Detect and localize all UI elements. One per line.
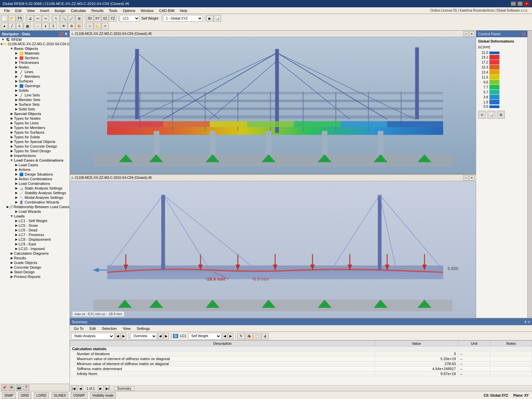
tb-results[interactable]: 📊	[214, 15, 221, 22]
tree-types-steel[interactable]: ▶ Types for Steel Design	[0, 149, 69, 153]
tree-linesets[interactable]: ▶ ╱ Line Sets	[0, 93, 69, 97]
tree-lc8[interactable]: ▶ LC8 - Displacement	[0, 237, 69, 242]
tree-stability-analysis[interactable]: ▶ 📈 Stability Analysis Settings	[0, 191, 69, 195]
tb-view-3d[interactable]: 3D	[86, 15, 93, 22]
tree-lines[interactable]: ▶ ╱ Lines	[0, 69, 69, 74]
viewport-bottom-canvas[interactable]: Visibility mode LC1 - Self Weight Loads …	[70, 181, 476, 318]
navigator-close[interactable]: ✕	[65, 32, 67, 36]
tree-static-analysis[interactable]: ▶ 📊 Static Analysis Settings	[0, 186, 69, 191]
menu-edit[interactable]: Edit	[13, 7, 24, 14]
tree-steel-design[interactable]: ▶ Steel Design	[0, 270, 69, 274]
tree-results[interactable]: ▶ Results	[0, 256, 69, 260]
sum-prev-btn[interactable]: ◀	[115, 333, 120, 339]
tree-solids[interactable]: ▶ Solids	[0, 88, 69, 93]
tb-save[interactable]: 💾	[16, 15, 23, 22]
tree-load-cases[interactable]: ▶ Load Cases	[0, 163, 69, 167]
sum-next-btn[interactable]: ▶	[121, 333, 126, 339]
tree-printout[interactable]: ▶ Printout Reports	[0, 274, 69, 279]
menu-insert[interactable]: Insert	[37, 7, 52, 14]
tree-types-surfaces[interactable]: ▶ Types for Surfaces	[0, 130, 69, 135]
tree-lc1[interactable]: ▶ LC1 - Self Weight	[0, 218, 69, 223]
menu-cadbim[interactable]: CAD-BIM	[156, 7, 177, 14]
nav-pin-btn[interactable]: 📌	[1, 385, 7, 391]
tb-calculate[interactable]: ▶	[206, 15, 213, 22]
summary-lc-select[interactable]: Self Weight	[188, 333, 221, 339]
tree-calc-diagrams[interactable]: ▶ Calculation Diagrams	[0, 251, 69, 256]
minimize-button[interactable]: —	[511, 1, 516, 6]
tb-section-cut[interactable]: ✂	[101, 23, 109, 29]
summary-analysis-select[interactable]: Static Analysis	[71, 333, 114, 339]
sum-view-prev[interactable]: ◀	[158, 333, 163, 339]
tree-concrete-design[interactable]: ▶ Concrete Design	[0, 265, 69, 270]
navigator-pin[interactable]: 📌	[59, 32, 64, 36]
tree-thicknesses[interactable]: ▶ Thicknesses	[0, 60, 69, 65]
nav-eye-btn[interactable]: 👁	[9, 385, 15, 391]
page-last[interactable]: ▶|	[105, 385, 110, 391]
tb-undo[interactable]: ↩	[34, 15, 42, 22]
menu-results[interactable]: Results	[89, 7, 106, 14]
tree-lc5[interactable]: ▶ LC5 - Snow	[0, 223, 69, 228]
vp-bottom-max[interactable]: □	[463, 175, 468, 181]
close-button[interactable]: ✕	[524, 1, 529, 6]
tree-combo-wizards[interactable]: ▶ 🔮 Combination Wizards	[0, 200, 69, 204]
page-prev[interactable]: ◀	[78, 385, 83, 391]
tree-types-concrete[interactable]: ▶ Types for Concrete Design	[0, 144, 69, 149]
nav-camera-btn[interactable]: 📷	[16, 385, 22, 391]
tree-types-lines[interactable]: ▶ Types for Lines	[0, 121, 69, 125]
summary-menu-settings[interactable]: Settings	[134, 325, 153, 332]
tree-sections[interactable]: ▶ 🟥 Sections	[0, 56, 69, 60]
sum-view-next[interactable]: ▶	[164, 333, 169, 339]
nav-coord-btn[interactable]: 📍	[23, 385, 29, 391]
tree-project[interactable]: ▼ 📁 21106-MCE-XX-ZZ-M3-C-2010-S4-C04 (Cl…	[0, 42, 69, 46]
glines-btn[interactable]: GLINES	[52, 392, 68, 399]
tree-members[interactable]: ▶ ╱ Members	[0, 74, 69, 79]
tree-materials[interactable]: ▶ 🟨 Materials	[0, 51, 69, 56]
cp-settings-btn[interactable]: ⚙	[497, 111, 505, 119]
tree-membersets[interactable]: ▶ Member Sets	[0, 97, 69, 102]
tree-surfaces[interactable]: ▶ Surfaces	[0, 79, 69, 83]
sum-lc-prev[interactable]: ◀	[222, 333, 227, 339]
tree-lc9[interactable]: ▶ LC9 - East	[0, 242, 69, 246]
tree-design-situations[interactable]: ▶ 🟦 Design Situations	[0, 172, 69, 177]
menu-help[interactable]: Help	[177, 7, 190, 14]
tree-surfacesets[interactable]: ▶ Surface Sets	[0, 102, 69, 107]
tb-color[interactable]: 🎨	[75, 23, 83, 29]
tb-print[interactable]: 🖨	[27, 15, 34, 22]
viewport-top-canvas[interactable]	[70, 37, 476, 174]
tree-load-combinations-group[interactable]: ▼ Load Cases & Combinations	[0, 158, 69, 163]
tree-types-special[interactable]: ▶ Types for Special Objects	[0, 139, 69, 144]
tree-types-solids[interactable]: ▶ Types for Solids	[0, 135, 69, 139]
tree-guide-objects[interactable]: ▶ Guide Objects	[0, 260, 69, 265]
tb-view-xy[interactable]: XY	[94, 15, 101, 22]
sum-export[interactable]: 📤	[245, 333, 253, 339]
page-first[interactable]: |◀	[71, 385, 76, 391]
tb-load-line[interactable]: ↡	[42, 23, 49, 29]
sum-lc-next[interactable]: ▶	[228, 333, 233, 339]
summary-close[interactable]: ✕	[528, 321, 530, 324]
tree-modal-analysis[interactable]: ▶ 📉 Modal Analysis Settings	[0, 195, 69, 200]
sum-copy[interactable]: 📋	[253, 333, 261, 339]
tb-surface[interactable]: ▦	[24, 23, 31, 29]
lc-selector[interactable]: LC1	[120, 15, 140, 22]
menu-options[interactable]: Options	[120, 7, 138, 14]
tb-view-xz[interactable]: XZ	[101, 15, 109, 22]
summary-menu-view[interactable]: View	[120, 325, 133, 332]
summary-menu-edit[interactable]: Edit	[87, 325, 98, 332]
tb-view-yz[interactable]: YZ	[109, 15, 116, 22]
cp-pin[interactable]: 📌	[522, 33, 525, 36]
visibility-btn[interactable]: Visibility mode	[90, 392, 116, 399]
tb-new[interactable]: 📄	[1, 15, 8, 22]
tree-action-combinations[interactable]: ▶ Action Combinations	[0, 177, 69, 181]
tb-display[interactable]: 👁	[60, 23, 67, 29]
tb-zoom-in[interactable]: 🔍	[60, 15, 67, 22]
summary-menu-goto[interactable]: Go To	[71, 325, 86, 332]
tree-lc6[interactable]: ▶ LC6 - Dead	[0, 228, 69, 232]
maximize-button[interactable]: □	[517, 1, 523, 6]
sum-print[interactable]: 🖨	[261, 333, 269, 339]
summary-menu-selection[interactable]: Selection	[99, 325, 119, 332]
tb-load-surface[interactable]: ↧	[50, 23, 57, 29]
tree-lc7[interactable]: ▶ LC7 - Prestress	[0, 232, 69, 237]
tree-openings[interactable]: ▶ 🟦 Openings	[0, 83, 69, 88]
tb-fit[interactable]: ⊞	[75, 15, 83, 22]
tree-types-nodes[interactable]: ▶ Types for Nodes	[0, 116, 69, 121]
